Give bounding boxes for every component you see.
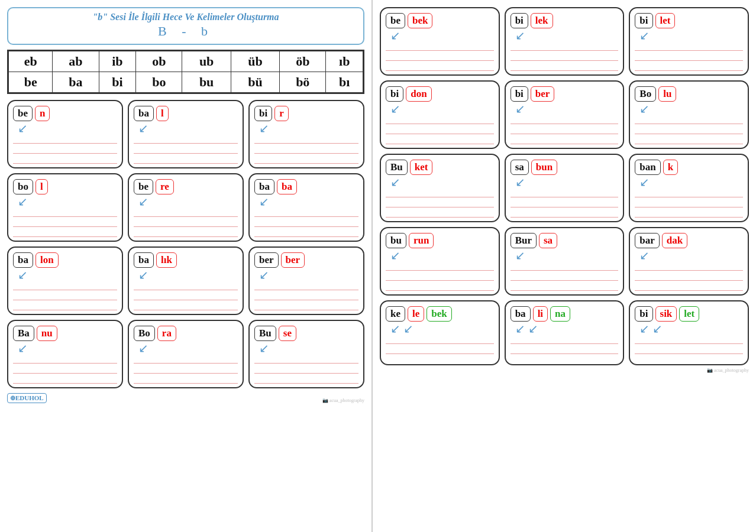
- card-syllable: l: [156, 106, 169, 121]
- write-line[interactable]: [13, 356, 117, 364]
- write-line[interactable]: [386, 210, 494, 218]
- write-line[interactable]: [511, 264, 619, 271]
- write-line[interactable]: [635, 117, 743, 124]
- write-line[interactable]: [635, 54, 743, 61]
- arrow-down-icon: ↙ ↙: [515, 323, 538, 335]
- write-line[interactable]: [635, 274, 743, 281]
- write-line[interactable]: [386, 117, 494, 124]
- write-line[interactable]: [635, 200, 743, 207]
- write-line[interactable]: [635, 337, 743, 344]
- write-line[interactable]: [635, 44, 743, 51]
- eduhol-logo: ⊕EDUHOL: [7, 393, 47, 403]
- write-line[interactable]: [386, 190, 494, 197]
- write-line[interactable]: [511, 127, 619, 134]
- write-line[interactable]: [134, 157, 238, 164]
- arrow-area: ↙: [254, 196, 269, 207]
- write-line[interactable]: [13, 210, 117, 217]
- write-line[interactable]: [134, 137, 238, 144]
- write-line[interactable]: [134, 147, 238, 154]
- write-lines: [386, 337, 494, 354]
- write-line[interactable]: [511, 190, 619, 197]
- write-line[interactable]: [386, 264, 494, 271]
- write-line[interactable]: [254, 356, 358, 364]
- write-line[interactable]: [635, 190, 743, 197]
- write-line[interactable]: [511, 137, 619, 144]
- write-line[interactable]: [13, 220, 117, 227]
- write-line[interactable]: [254, 230, 358, 237]
- write-line[interactable]: [134, 220, 238, 227]
- write-line[interactable]: [511, 210, 619, 218]
- write-line[interactable]: [254, 293, 358, 300]
- write-line[interactable]: [13, 230, 117, 237]
- write-line[interactable]: [386, 284, 494, 291]
- write-line[interactable]: [386, 137, 494, 144]
- write-line[interactable]: [635, 264, 743, 271]
- right-word-card: bilek↙: [505, 7, 625, 76]
- write-line[interactable]: [635, 127, 743, 134]
- card-syllable: bi: [511, 86, 528, 102]
- write-lines: [13, 210, 117, 237]
- right-word-card: bisiklet↙ ↙: [629, 300, 749, 365]
- write-line[interactable]: [13, 293, 117, 300]
- write-line[interactable]: [254, 137, 358, 144]
- write-line[interactable]: [635, 210, 743, 218]
- write-line[interactable]: [386, 200, 494, 207]
- card-syllable: re: [156, 179, 174, 194]
- write-line[interactable]: [511, 284, 619, 291]
- card-top: burun: [386, 233, 434, 248]
- write-line[interactable]: [13, 366, 117, 374]
- write-line[interactable]: [386, 274, 494, 281]
- write-line[interactable]: [254, 366, 358, 374]
- arrow-down-icon: ↙: [18, 196, 28, 207]
- word-card: ben↙: [7, 100, 123, 168]
- write-line[interactable]: [386, 64, 494, 71]
- write-line[interactable]: [134, 366, 238, 374]
- card-syllable: Ba: [13, 326, 34, 341]
- write-line[interactable]: [511, 274, 619, 281]
- write-line[interactable]: [635, 284, 743, 291]
- card-syllable: ber: [281, 252, 305, 268]
- write-line[interactable]: [134, 230, 238, 237]
- write-line[interactable]: [635, 347, 743, 354]
- write-line[interactable]: [511, 200, 619, 207]
- write-line[interactable]: [254, 303, 358, 310]
- write-line[interactable]: [511, 337, 619, 344]
- write-lines: [511, 44, 619, 71]
- write-line[interactable]: [134, 283, 238, 290]
- write-line[interactable]: [254, 157, 358, 164]
- arrow-down-icon: ↙: [515, 103, 525, 115]
- write-line[interactable]: [386, 44, 494, 51]
- write-line[interactable]: [635, 137, 743, 144]
- arrow-down-icon: ↙: [639, 103, 650, 115]
- write-line[interactable]: [13, 137, 117, 144]
- card-syllable: Bu: [254, 326, 276, 341]
- write-line[interactable]: [254, 210, 358, 217]
- write-line[interactable]: [134, 210, 238, 217]
- write-lines: [134, 356, 238, 384]
- write-line[interactable]: [13, 147, 117, 154]
- card-syllable: ber: [254, 252, 279, 268]
- write-line[interactable]: [134, 377, 238, 384]
- write-line[interactable]: [511, 117, 619, 124]
- write-line[interactable]: [386, 127, 494, 134]
- write-line[interactable]: [386, 54, 494, 61]
- write-line[interactable]: [386, 347, 494, 354]
- write-line[interactable]: [13, 303, 117, 310]
- write-line[interactable]: [386, 337, 494, 344]
- write-line[interactable]: [13, 283, 117, 290]
- write-line[interactable]: [511, 64, 619, 71]
- write-line[interactable]: [511, 54, 619, 61]
- write-line[interactable]: [254, 220, 358, 227]
- write-line[interactable]: [134, 293, 238, 300]
- write-line[interactable]: [254, 283, 358, 290]
- write-line[interactable]: [13, 157, 117, 164]
- write-line[interactable]: [254, 147, 358, 154]
- write-line[interactable]: [13, 377, 117, 384]
- write-line[interactable]: [511, 347, 619, 354]
- write-line[interactable]: [635, 64, 743, 71]
- write-line[interactable]: [134, 303, 238, 310]
- write-line[interactable]: [511, 44, 619, 51]
- write-line[interactable]: [134, 356, 238, 364]
- arrow-down-icon: ↙: [259, 122, 269, 134]
- write-line[interactable]: [254, 377, 358, 384]
